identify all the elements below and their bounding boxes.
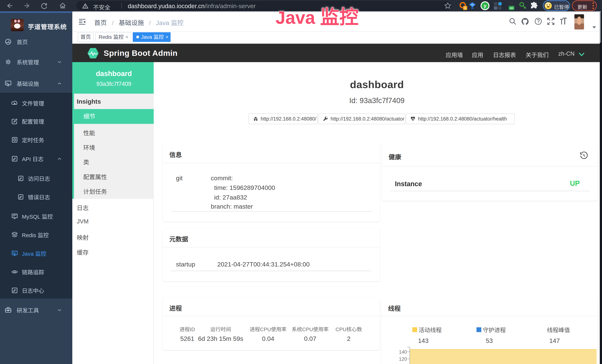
svg-text:1: 1 [464, 6, 466, 10]
svg-text:on: on [510, 6, 513, 10]
